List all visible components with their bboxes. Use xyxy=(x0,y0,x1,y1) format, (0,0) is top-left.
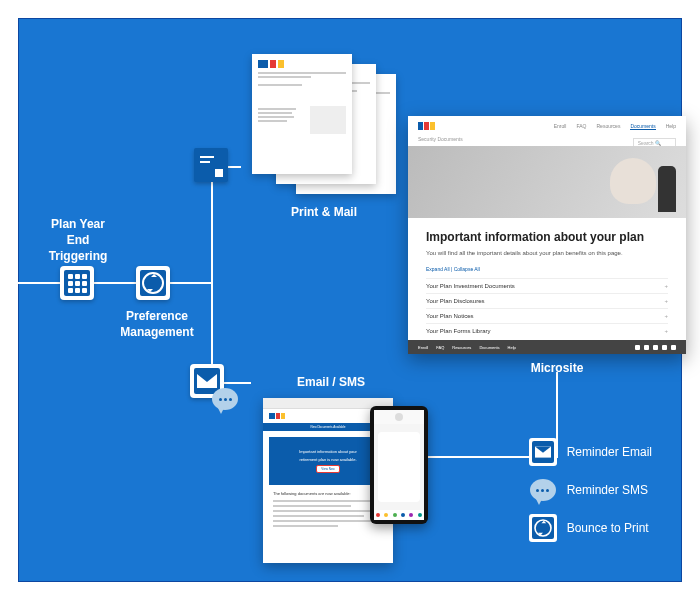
label-pref: Preference Management xyxy=(112,308,202,340)
sms-icon xyxy=(212,388,238,410)
nav-link[interactable]: Help xyxy=(666,123,676,129)
email-banner-line1: Important information about your xyxy=(299,449,357,454)
nav-link[interactable]: Enroll xyxy=(554,123,567,129)
print-doc-front xyxy=(252,54,352,174)
workflow-diagram: Plan Year End Triggering Preference Mana… xyxy=(18,18,682,582)
preference-icon xyxy=(136,266,170,300)
accordion-row[interactable]: Your Plan Notices+ xyxy=(426,308,668,323)
brand-logo-icon xyxy=(418,122,435,130)
social-icons[interactable] xyxy=(635,345,676,350)
email-caption: The following documents are now availabl… xyxy=(273,491,383,496)
label-trigger: Plan Year End Triggering xyxy=(36,216,120,265)
email-cta-button[interactable]: View Now xyxy=(316,465,339,473)
legend-label: Bounce to Print xyxy=(567,521,649,535)
legend-item: Reminder SMS xyxy=(529,476,652,504)
legend-item: Bounce to Print xyxy=(529,514,652,542)
bounce-to-print-icon xyxy=(529,514,557,542)
connector xyxy=(164,282,212,284)
accordion-row[interactable]: Your Plan Investment Documents+ xyxy=(426,278,668,293)
legend-label: Reminder SMS xyxy=(567,483,648,497)
microsite-footer: EnrollFAQResourcesDocumentsHelp xyxy=(408,340,686,354)
legend-item: Reminder Email xyxy=(529,438,652,466)
accordion-row[interactable]: Your Plan Forms Library+ xyxy=(426,323,668,338)
reminder-email-icon xyxy=(529,438,557,466)
label-microsite: Microsite xyxy=(512,360,602,376)
trigger-icon xyxy=(60,266,94,300)
microsite-nav: Enroll FAQ Resources Documents Help xyxy=(408,116,686,136)
expand-collapse-links[interactable]: Expand All | Collapse All xyxy=(426,266,668,272)
nav-link[interactable]: Resources xyxy=(597,123,621,129)
microsite-hero xyxy=(408,146,686,218)
label-print: Print & Mail xyxy=(274,204,374,220)
nav-link[interactable]: FAQ xyxy=(576,123,586,129)
legend-label: Reminder Email xyxy=(567,445,652,459)
accordion-row[interactable]: Your Plan Disclosures+ xyxy=(426,293,668,308)
reminder-sms-icon xyxy=(529,476,557,504)
connector xyxy=(211,166,213,384)
microsite-preview: Enroll FAQ Resources Documents Help Secu… xyxy=(408,116,686,354)
microsite-heading: Important information about your plan xyxy=(426,230,668,244)
nav-link-active[interactable]: Documents xyxy=(630,123,655,130)
microsite-sub: You will find all the important details … xyxy=(426,250,668,256)
sms-phone-preview xyxy=(370,406,428,524)
label-emailsms: Email / SMS xyxy=(286,374,376,390)
document-node-icon xyxy=(194,148,228,182)
email-banner-line2: retirement plan is now available. xyxy=(299,457,356,462)
legend: Reminder Email Reminder SMS Bounce to Pr… xyxy=(529,438,652,542)
